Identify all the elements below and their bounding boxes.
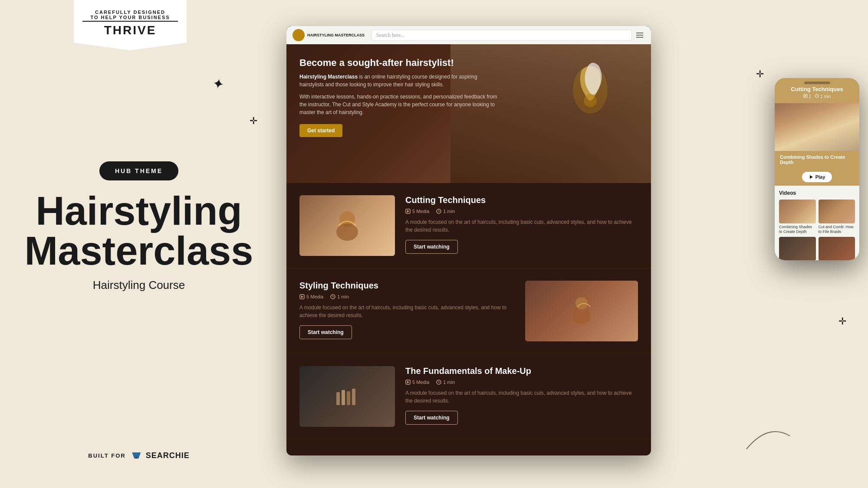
phone-video-thumb-4 [819, 237, 855, 260]
browser-logo: HAIRSTYLING MASTERCLASS [293, 29, 365, 41]
searchie-name: SEARCHIE [146, 451, 190, 460]
phone-thumb-img-4 [819, 237, 855, 260]
svg-marker-11 [301, 295, 303, 298]
svg-rect-16 [352, 389, 355, 405]
cross-deco-right2: ✛ [838, 317, 846, 326]
module-duration-makeup: 1 min [436, 380, 455, 385]
phone-sub-video-title: Combining Shades to Create Depth [775, 151, 859, 168]
browser-logo-text: HAIRSTYLING MASTERCLASS [307, 33, 365, 38]
hero-title: Become a sought-after hairstylist! [299, 57, 500, 69]
hero-section: Become a sought-after hairstylist! Hairs… [286, 44, 651, 183]
module-image-cutting [299, 195, 395, 256]
svg-marker-18 [407, 381, 409, 383]
built-for-label: BUILT FOR [88, 452, 125, 459]
phone-thumb-img-2 [819, 200, 855, 223]
module-title-makeup: The Fundamentals of Make-Up [405, 366, 638, 376]
phone-thumb-img-3 [779, 237, 816, 260]
phone-videos-section: Videos Combining Shades to Create Depth … [775, 186, 859, 260]
banner-line2: TO HELP YOUR BUSINESS [82, 15, 178, 20]
phone-thumb-label-1: Combining Shades to Create Depth [779, 225, 816, 234]
searchie-icon [130, 449, 143, 462]
banner-thrive: THRIVE [82, 21, 178, 37]
cross-deco-right: ✛ [756, 69, 764, 79]
module-media-styling: 5 Media [299, 294, 323, 299]
module-cta-cutting[interactable]: Start watching [405, 240, 458, 254]
phone-mockup: Cutting Techniques 2 1 min Combining Sha… [775, 78, 859, 260]
module-cta-makeup[interactable]: Start watching [405, 411, 458, 425]
phone-header-meta: 2 1 min [780, 94, 854, 99]
phone-play-button[interactable]: Play [802, 172, 832, 182]
phone-video-thumb-2: Cut and Comb: How to File Braids [819, 200, 855, 234]
module-media-cutting: 5 Media [405, 209, 429, 214]
module-meta-cutting: 5 Media 1 min [405, 209, 638, 214]
svg-point-5 [336, 223, 358, 241]
hero-cta-button[interactable]: Get started [299, 124, 342, 137]
modules-section: Cutting Techniques 5 Media 1 min A modul… [286, 183, 651, 439]
svg-rect-15 [347, 391, 350, 405]
svg-marker-23 [810, 175, 813, 179]
module-title-styling: Styling Techniques [299, 281, 515, 291]
module-row-cutting: Cutting Techniques 5 Media 1 min A modul… [286, 183, 651, 269]
module-info-styling: Styling Techniques 5 Media 1 min A modul… [299, 281, 515, 341]
module-media-makeup: 5 Media [405, 380, 429, 385]
phone-meta-items: 2 [803, 94, 811, 99]
browser-search-bar[interactable]: Search here... [372, 29, 632, 41]
phone-video-thumb-1: Combining Shades to Create Depth [779, 200, 816, 234]
phone-video-thumbnail [775, 103, 859, 151]
browser-menu-icon[interactable] [636, 33, 645, 38]
deco-curve-bottom [742, 419, 794, 453]
hero-desc-bold: Hairstyling Masterclass [299, 74, 358, 80]
module-desc-styling: A module focused on the art of haircuts,… [299, 304, 515, 319]
phone-thumb-label-2: Cut and Comb: How to File Braids [819, 225, 855, 234]
module-row-makeup: The Fundamentals of Make-Up 5 Media 1 mi… [286, 354, 651, 439]
browser-logo-icon [293, 29, 305, 41]
browser-window: HAIRSTYLING MASTERCLASS Search here... [286, 26, 651, 455]
phone-videos-grid: Combining Shades to Create Depth Cut and… [779, 200, 855, 260]
phone-videos-title: Videos [779, 190, 855, 196]
svg-rect-13 [336, 392, 340, 405]
module-meta-styling: 5 Media 1 min [299, 294, 515, 299]
star-deco-1: ✦ [211, 76, 225, 92]
subtitle: Hairstyling Course [93, 278, 185, 292]
phone-thumb-img-1 [779, 200, 816, 223]
module-info-makeup: The Fundamentals of Make-Up 5 Media 1 mi… [405, 366, 638, 427]
module-title-cutting: Cutting Techniques [405, 195, 638, 205]
search-placeholder: Search here... [376, 32, 404, 39]
module-row-styling: Styling Techniques 5 Media 1 min A modul… [286, 269, 651, 354]
phone-header-title: Cutting Techniques [780, 86, 854, 92]
svg-marker-7 [407, 210, 409, 213]
left-panel: CAREFULLY DESIGNED TO HELP YOUR BUSINESS… [0, 0, 278, 488]
searchie-logo: SEARCHIE [130, 449, 190, 462]
browser-bar: HAIRSTYLING MASTERCLASS Search here... [286, 26, 651, 44]
svg-marker-21 [805, 95, 807, 97]
phone-play-area: Play [775, 168, 859, 186]
module-image-makeup [299, 366, 395, 427]
play-label: Play [815, 174, 825, 180]
svg-rect-14 [342, 390, 345, 405]
right-panel: ✛ ✛ HAIRSTYLING MASTERCLASS Search here.… [278, 0, 868, 488]
hero-description: Hairstyling Masterclass is an online hai… [299, 73, 500, 88]
svg-point-3 [584, 94, 597, 107]
phone-notch [804, 82, 830, 84]
svg-point-9 [575, 297, 588, 309]
module-desc-cutting: A module focused on the art of haircuts,… [405, 218, 638, 234]
phone-video-thumb-3 [779, 237, 816, 260]
hero-content: Become a sought-after hairstylist! Hairs… [299, 57, 500, 137]
module-image-styling [525, 281, 638, 341]
main-title: HairstylingMasterclass [25, 191, 253, 271]
phone-video-area [775, 103, 859, 151]
built-for-section: BUILT FOR SEARCHIE [88, 449, 189, 462]
phone-meta-duration: 1 min [815, 94, 831, 99]
cross-deco-1: ✛ [250, 116, 257, 126]
module-duration-styling: 1 min [330, 294, 349, 299]
module-meta-makeup: 5 Media 1 min [405, 380, 638, 385]
banner-ribbon: CAREFULLY DESIGNED TO HELP YOUR BUSINESS… [74, 0, 187, 50]
hub-theme-badge: HUB THEME [99, 161, 178, 180]
module-duration-cutting: 1 min [436, 209, 455, 214]
module-info-cutting: Cutting Techniques 5 Media 1 min A modul… [405, 195, 638, 256]
hero-desc2: With interactive lessons, hands-on pract… [299, 93, 500, 116]
banner-line1: CAREFULLY DESIGNED [82, 10, 178, 15]
module-cta-styling[interactable]: Start watching [299, 325, 352, 339]
hero-logo-graphic [564, 57, 616, 122]
module-desc-makeup: A module focused on the art of haircuts,… [405, 389, 638, 405]
